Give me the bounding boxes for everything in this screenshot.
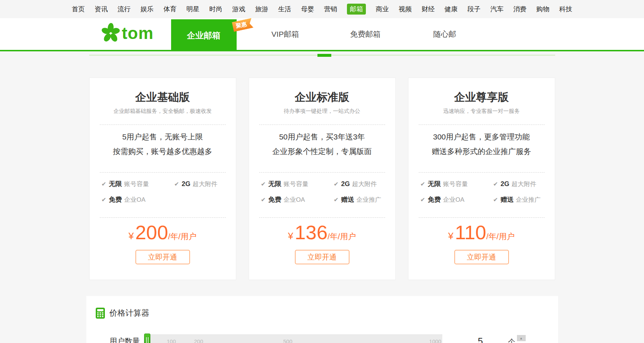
check-icon: ✔ [420,196,425,203]
nav-item-健康[interactable]: 健康 [445,5,458,13]
user-count-input[interactable] [443,334,518,343]
nav-item-视频[interactable]: 视频 [399,5,412,13]
logo-text: tom [122,23,154,43]
price-calculator-panel: 价格计算器 用户数量 100 200 500 1000 个 ▲ [86,296,558,343]
check-icon: ✔ [174,181,179,188]
slider-handle[interactable] [144,334,150,343]
currency-symbol: ¥ [129,230,134,242]
tab-free-mail[interactable]: 免费邮箱 [336,18,395,50]
plan-title: 企业标准版 [259,78,385,103]
check-icon: ✔ [334,196,339,203]
tab-suixin-mail[interactable]: 随心邮 [416,18,474,50]
check-icon: ✔ [261,181,266,188]
slider-tick: 1000 [429,338,441,343]
nav-item-母婴[interactable]: 母婴 [301,5,314,13]
top-navigation: 首页资讯流行娱乐体育明星时尚游戏旅游生活母婴营销邮箱商业视频财经健康段子汽车消费… [0,0,644,18]
plan-card-standard: 企业标准版 待办事项一键处理，一站式办公 50用户起售，买3年送3年 企业形象个… [249,78,396,280]
nav-item-科技[interactable]: 科技 [559,5,572,13]
nav-item-资讯[interactable]: 资讯 [95,5,108,13]
nav-item-购物[interactable]: 购物 [536,5,549,13]
slider-tick: 100 [167,338,176,343]
quantity-unit-label: 个 [508,337,515,343]
check-icon: ✔ [493,196,498,203]
tom-logo[interactable]: tom [100,23,154,44]
plan-subtitle: 企业邮箱基础服务，安全畅邮，极速收发 [100,108,226,114]
plan-description: 5用户起售，无账号上限 按需购买，账号越多优惠越多 [100,130,226,159]
tab-label: 免费邮箱 [350,29,381,39]
check-icon: ✔ [261,196,266,203]
pricing-cards: 企业基础版 企业邮箱基础服务，安全畅邮，极速收发 5用户起售，无账号上限 按需购… [89,78,555,280]
plan-features: ✔ 无限账号容量 ✔ 2G超大附件 ✔ 免费企业OA ✔ 赠送企业推广 [259,179,385,204]
plan-subtitle: 待办事项一键处理，一站式办公 [259,108,385,114]
nav-item-娱乐[interactable]: 娱乐 [141,5,154,13]
plan-description: 50用户起售，买3年送3年 企业形象个性定制，专属版面 [259,130,385,159]
slider-tick: 500 [283,338,292,343]
nav-item-流行[interactable]: 流行 [118,5,131,13]
plan-price: ¥136/年/用户 [259,222,385,243]
nav-item-邮箱[interactable]: 邮箱 [347,4,366,15]
plan-features: ✔ 无限账号容量 ✔ 2G超大附件 ✔ 免费企业OA ✔ 赠送企业推广 [419,179,545,204]
tab-label: VIP邮箱 [272,29,299,39]
nav-item-首页[interactable]: 首页 [72,5,85,13]
nav-item-营销[interactable]: 营销 [324,5,337,13]
user-count-label: 用户数量 [110,336,141,343]
plan-subtitle: 迅速响应，专业客服一对一服务 [419,108,545,114]
check-icon: ✔ [102,196,106,203]
activate-now-button[interactable]: 立即开通 [295,250,349,264]
nav-item-汽车[interactable]: 汽车 [490,5,503,13]
tom-flower-icon [100,23,121,44]
tab-label: 随心邮 [433,29,456,39]
nav-item-游戏[interactable]: 游戏 [232,5,245,13]
nav-item-时尚[interactable]: 时尚 [209,5,222,13]
tab-label: 企业邮箱 [187,30,221,41]
plan-card-basic: 企业基础版 企业邮箱基础服务，安全畅邮，极速收发 5用户起售，无账号上限 按需购… [89,78,236,280]
tab-vip-mail[interactable]: VIP邮箱 [256,18,315,50]
activate-now-button[interactable]: 立即开通 [135,250,190,264]
plan-title: 企业基础版 [100,78,226,103]
user-count-field: 个 ▲ [443,334,526,343]
plan-price: ¥110/年/用户 [419,222,545,243]
check-icon: ✔ [102,181,106,188]
currency-symbol: ¥ [288,230,293,242]
currency-symbol: ¥ [448,230,453,242]
plan-description: 300用户起售，更多管理功能 赠送多种形式的企业推广服务 [419,130,545,159]
spinner-up-button[interactable]: ▲ [517,335,526,341]
promo-ribbon-badge: 聚惠 [232,18,253,32]
tab-enterprise-mail[interactable]: 企业邮箱 聚惠 [171,19,237,51]
check-icon: ✔ [493,181,498,188]
nav-item-财经[interactable]: 财经 [422,5,435,13]
check-icon: ✔ [334,181,339,188]
site-header: tom 企业邮箱 聚惠 VIP邮箱 免费邮箱 随心邮 [0,18,644,51]
check-icon: ✔ [420,181,425,188]
plan-features: ✔ 无限账号容量 ✔ 2G超大附件 ✔ 免费企业OA ✔ [100,179,226,204]
calculator-icon [96,308,105,319]
carousel-indicator [89,54,555,57]
nav-item-体育[interactable]: 体育 [163,5,177,13]
nav-item-消费[interactable]: 消费 [513,5,526,13]
nav-item-商业[interactable]: 商业 [376,5,389,13]
plan-card-premium: 企业尊享版 迅速响应，专业客服一对一服务 300用户起售，更多管理功能 赠送多种… [408,78,555,280]
slider-tick: 200 [194,338,203,343]
nav-item-明星[interactable]: 明星 [186,5,199,13]
plan-title: 企业尊享版 [419,78,545,103]
indicator-active-bar[interactable] [317,54,331,57]
nav-item-段子[interactable]: 段子 [467,5,481,13]
calculator-title: 价格计算器 [110,308,150,319]
user-count-slider[interactable]: 100 200 500 1000 [144,334,442,343]
plan-price: ¥200/年/用户 [100,222,226,243]
activate-now-button[interactable]: 立即开通 [454,250,509,264]
nav-item-生活[interactable]: 生活 [278,5,291,13]
nav-item-旅游[interactable]: 旅游 [255,5,268,13]
